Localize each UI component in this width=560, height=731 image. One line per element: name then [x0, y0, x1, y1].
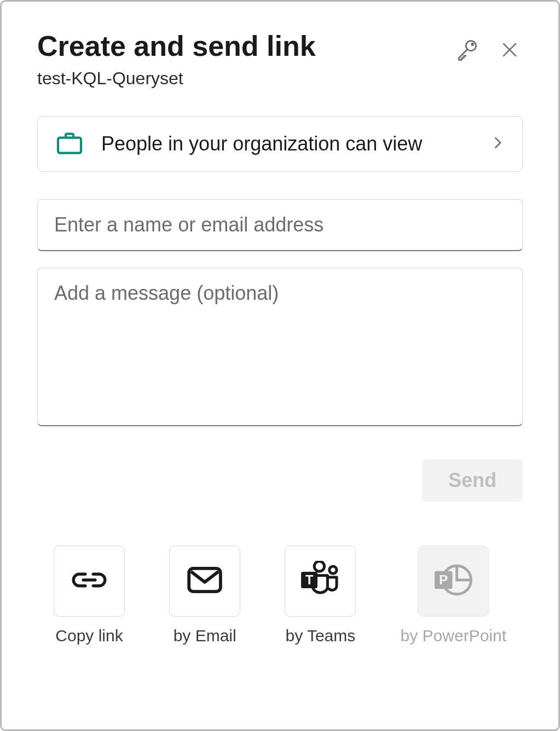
- header-actions: [454, 29, 523, 63]
- dialog-subtitle: test-KQL-Queryset: [37, 68, 454, 89]
- copy-link-tile: [54, 546, 125, 617]
- svg-text:P: P: [439, 573, 448, 588]
- by-teams-label: by Teams: [285, 626, 355, 645]
- message-textarea[interactable]: [37, 268, 523, 426]
- by-teams-tile: T: [285, 546, 356, 617]
- send-row: Send: [37, 459, 523, 502]
- by-teams-option[interactable]: T by Teams: [285, 546, 356, 645]
- powerpoint-icon: P: [432, 562, 475, 600]
- svg-text:T: T: [305, 573, 313, 588]
- by-email-tile: [169, 546, 240, 617]
- copy-link-option[interactable]: Copy link: [54, 546, 125, 645]
- svg-point-8: [330, 566, 337, 573]
- svg-point-7: [315, 561, 325, 571]
- by-powerpoint-tile: P: [418, 546, 489, 617]
- permission-text: People in your organization can view: [101, 131, 473, 158]
- permission-selector[interactable]: People in your organization can view: [37, 116, 523, 172]
- email-icon: [187, 566, 223, 596]
- chevron-right-icon: [489, 135, 506, 153]
- by-powerpoint-label: by PowerPoint: [401, 626, 506, 645]
- header-text: Create and send link test-KQL-Queryset: [37, 29, 454, 89]
- briefcase-icon: [54, 127, 85, 160]
- send-button[interactable]: Send: [422, 459, 523, 502]
- copy-link-label: Copy link: [55, 626, 123, 645]
- by-powerpoint-option[interactable]: P by PowerPoint: [401, 546, 506, 645]
- close-button[interactable]: [497, 37, 523, 63]
- teams-icon: T: [298, 561, 342, 601]
- svg-point-1: [472, 43, 474, 45]
- key-icon: [455, 38, 479, 62]
- share-options: Copy link by Email: [37, 546, 523, 645]
- svg-rect-4: [58, 138, 81, 153]
- share-dialog: Create and send link test-KQL-Queryset: [0, 0, 560, 731]
- dialog-title: Create and send link: [37, 29, 454, 63]
- dialog-header: Create and send link test-KQL-Queryset: [37, 29, 523, 89]
- recipient-input[interactable]: [37, 199, 523, 251]
- by-email-option[interactable]: by Email: [169, 546, 240, 645]
- key-button[interactable]: [454, 37, 480, 63]
- by-email-label: by Email: [174, 626, 236, 645]
- link-icon: [70, 567, 109, 595]
- close-icon: [499, 39, 520, 60]
